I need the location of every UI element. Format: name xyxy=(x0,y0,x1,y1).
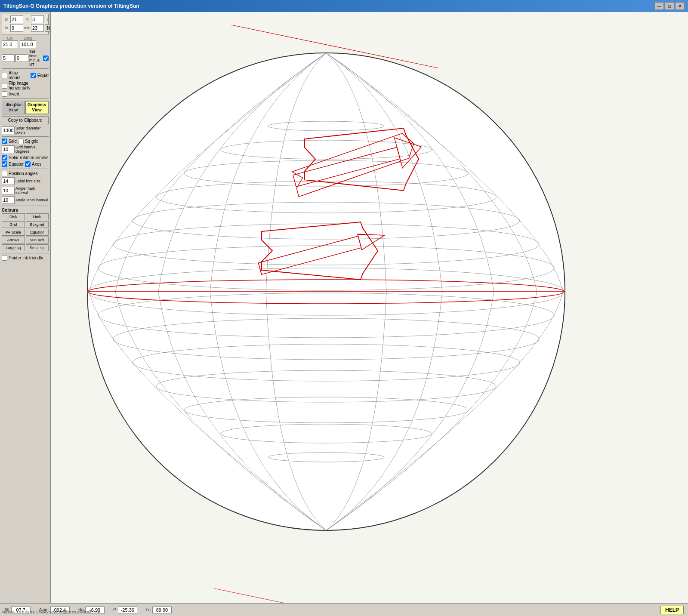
equat-label: Equat xyxy=(37,73,49,78)
std-hr-input[interactable] xyxy=(2,54,15,62)
position-angles-label: Position angles xyxy=(9,171,38,176)
std-time-section: Std time minus UT xyxy=(2,49,49,67)
altaz-row: Altaz mount Equat xyxy=(2,71,49,80)
status-bar: Alt 07.7 Azim 092.4 Bo -6.99 P -25.36 Lo… xyxy=(0,603,688,616)
position-angles-checkbox[interactable] xyxy=(2,171,7,176)
lat-input[interactable] xyxy=(2,40,18,48)
lo-label: Lo xyxy=(146,607,151,612)
printer-row: Printer ink friendly xyxy=(2,255,49,261)
tilting-sun-tab[interactable]: TiltingSun View xyxy=(2,101,25,114)
std-time-checkbox[interactable] xyxy=(43,55,49,61)
long-label: Long xyxy=(24,36,32,40)
lat-label: Lat xyxy=(7,36,13,40)
equat-checkbox[interactable] xyxy=(31,73,36,78)
p-value: -25.36 xyxy=(118,607,137,613)
pa-scale-color-button[interactable]: PA Scale xyxy=(2,229,25,236)
copy-clipboard-button[interactable]: Copy to Clipboard xyxy=(2,116,49,124)
equator-label: Equator xyxy=(9,162,24,166)
colors-title: Colours xyxy=(2,208,49,213)
equator-checkbox[interactable] xyxy=(2,161,7,167)
d-label: D xyxy=(3,17,9,22)
font-size-label: Label font size xyxy=(15,179,40,183)
grid-color-button[interactable]: Grid xyxy=(2,221,25,228)
lo-group: Lo 89.90 xyxy=(146,607,172,613)
invert-label: Invert xyxy=(9,92,19,96)
flip-checkbox[interactable] xyxy=(2,83,7,89)
hour-input[interactable] xyxy=(10,24,23,32)
solar-rotation-label: Solar rotation arrows xyxy=(9,155,48,160)
angle-label-label: Angle label interval xyxy=(15,198,48,202)
printer-label: Printer ink friendly xyxy=(9,256,43,260)
y-label: Y xyxy=(45,17,51,22)
solar-diameter-row: Solar diameter, pixels xyxy=(2,126,49,135)
invert-checkbox[interactable] xyxy=(2,91,7,97)
printer-checkbox[interactable] xyxy=(2,255,7,261)
disk-color-button[interactable]: Disk xyxy=(2,213,25,220)
min-label: min xyxy=(24,26,30,30)
maximize-button[interactable]: □ xyxy=(665,2,674,10)
p-label: P xyxy=(113,607,116,612)
hr-label: hr xyxy=(3,26,9,30)
std-min-input[interactable] xyxy=(15,54,28,62)
std-time-label: Std time minus UT xyxy=(29,49,42,67)
p-group: P -25.36 xyxy=(113,607,137,613)
window-controls: — □ ✕ xyxy=(654,2,685,10)
minute-input[interactable] xyxy=(31,24,44,32)
position-angles-section: Position angles Label font size Angle ma… xyxy=(2,171,49,204)
grid-label: Grid xyxy=(9,139,17,144)
solar-diameter-label: Solar diameter, pixels xyxy=(15,126,49,135)
small-sq-color-button[interactable]: Small sq xyxy=(26,244,49,251)
month-input[interactable] xyxy=(31,15,44,23)
sq-grid-label: Sq grid xyxy=(25,139,39,144)
grid-interval-label: Grid interval, degrees xyxy=(15,145,49,154)
arrows-color-button[interactable]: Arrows xyxy=(2,237,25,243)
date-section: D M Y hr min Now xyxy=(2,14,49,34)
equator-color-button[interactable]: Equator xyxy=(26,229,49,236)
sq-grid-checkbox[interactable] xyxy=(18,139,24,144)
long-input[interactable] xyxy=(20,40,36,48)
axes-label: Axes xyxy=(32,162,41,166)
sun-axis-color-button[interactable]: Sun axis xyxy=(26,237,49,243)
angle-mark-input[interactable] xyxy=(2,187,15,194)
flip-label: Flip image horizontally xyxy=(9,81,49,90)
close-button[interactable]: ✕ xyxy=(675,2,685,10)
graphics-area xyxy=(51,12,688,603)
minimize-button[interactable]: — xyxy=(654,2,664,10)
help-button[interactable]: HELP xyxy=(660,606,684,614)
solar-graphics-svg xyxy=(51,12,688,603)
grid-options: Grid Sq grid Grid interval, degrees Sola… xyxy=(2,139,49,167)
m-label: M xyxy=(24,17,30,22)
day-input[interactable] xyxy=(10,15,23,23)
invert-row: Invert xyxy=(2,91,49,97)
grid-checkbox[interactable] xyxy=(2,139,7,144)
version-text: Version 3.0.0 ©Les Cowley www.atopics.co… xyxy=(2,610,100,614)
window-title: TiltingSun-G Graphics production version… xyxy=(3,3,139,9)
large-sq-color-button[interactable]: Large sq xyxy=(2,244,25,251)
solar-diameter-input[interactable] xyxy=(2,126,15,134)
altaz-checkbox[interactable] xyxy=(2,73,7,78)
now-button[interactable]: Now xyxy=(45,24,51,32)
limb-color-button[interactable]: Limb xyxy=(26,213,49,220)
grid-interval-input[interactable] xyxy=(2,145,15,153)
axes-checkbox[interactable] xyxy=(25,161,31,167)
font-size-input[interactable] xyxy=(2,177,15,185)
angle-label-input[interactable] xyxy=(2,196,15,204)
altaz-label: Altaz mount xyxy=(9,71,29,80)
tab-buttons: TiltingSun View Graphics View xyxy=(2,101,49,114)
solar-rotation-checkbox[interactable] xyxy=(2,155,7,160)
lo-value: 89.90 xyxy=(152,607,172,613)
angle-mark-label: Angle mark interval xyxy=(15,186,49,195)
bckgrnd-color-button[interactable]: Bckgrnd xyxy=(26,221,49,228)
lat-long-section: Lat Long xyxy=(2,36,49,48)
title-bar: TiltingSun-G Graphics production version… xyxy=(0,0,688,12)
sidebar: D M Y hr min Now Lat Long xyxy=(0,12,51,603)
flip-row: Flip image horizontally xyxy=(2,81,49,90)
graphics-view-tab[interactable]: Graphics View xyxy=(25,101,49,114)
colors-section: Colours Disk Limb Grid Bckgrnd PA Scale … xyxy=(2,208,49,251)
